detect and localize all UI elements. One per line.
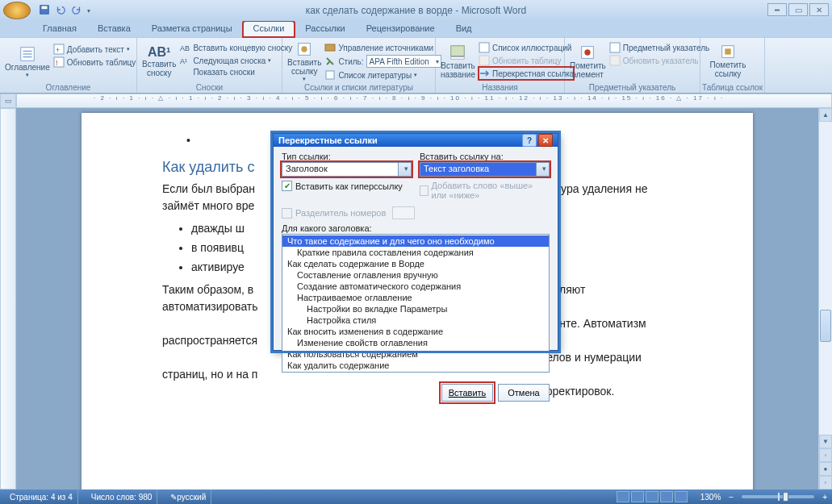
list-item[interactable]: Как удалить содержание bbox=[282, 360, 549, 371]
ruler-corner[interactable]: ▭ bbox=[0, 94, 16, 108]
zoom-level[interactable]: 130% bbox=[700, 493, 721, 502]
svg-text:+: + bbox=[56, 46, 60, 54]
mark-citation-button[interactable]: Пометить ссылку bbox=[705, 40, 750, 81]
svg-rect-17 bbox=[451, 57, 465, 60]
view-web-layout[interactable] bbox=[646, 491, 658, 502]
tab-review[interactable]: Рецензирование bbox=[356, 21, 445, 37]
list-item[interactable]: Как сделать содержание в Ворде bbox=[282, 258, 549, 269]
zoom-out-button[interactable]: − bbox=[729, 493, 734, 502]
svg-rect-25 bbox=[725, 48, 730, 54]
cross-reference-button[interactable]: Перекрестная ссылка bbox=[479, 67, 574, 80]
list-item[interactable]: Создание автоматического содержания bbox=[282, 281, 549, 292]
scroll-up-button[interactable]: ▲ bbox=[819, 108, 832, 122]
cancel-button[interactable]: Отмена bbox=[498, 384, 550, 402]
window-title: как сделать содержание в ворде - Microso… bbox=[306, 5, 526, 16]
view-draft[interactable] bbox=[675, 491, 688, 502]
next-page-button[interactable]: ◦ bbox=[819, 476, 832, 489]
list-item[interactable]: Как вносить изменения в содержание bbox=[282, 326, 549, 337]
browse-object-button[interactable]: ● bbox=[819, 462, 832, 476]
citation-style[interactable]: Стиль: APA Fifth Edition bbox=[324, 54, 441, 69]
svg-point-21 bbox=[585, 49, 591, 55]
group-index-label: Предметный указатель bbox=[565, 83, 700, 92]
tab-mailings[interactable]: Рассылки bbox=[295, 21, 355, 37]
list-item[interactable]: Изменение свойств оглавления bbox=[282, 337, 549, 348]
table-of-figures-button[interactable]: Список иллюстраций bbox=[479, 41, 574, 54]
svg-rect-18 bbox=[479, 43, 489, 52]
ref-type-combo[interactable]: Заголовок bbox=[282, 162, 412, 177]
office-button[interactable] bbox=[3, 2, 31, 19]
group-citations-label: Ссылки и списки литературы bbox=[282, 83, 435, 92]
status-words[interactable]: Число слов: 980 bbox=[86, 489, 158, 504]
show-footnotes-button[interactable]: Показать сноски bbox=[179, 67, 292, 77]
proofing-icon: ✎ bbox=[170, 493, 177, 502]
list-item[interactable]: Настройки во вкладке Параметры bbox=[282, 303, 549, 314]
ribbon-tabs: Главная Вставка Разметка страницы Ссылки… bbox=[0, 21, 832, 37]
view-outline[interactable] bbox=[660, 491, 673, 502]
vertical-scrollbar[interactable]: ▲ ▼ ◦ ● ◦ bbox=[818, 108, 832, 489]
hyperlink-checkbox[interactable]: ✔Вставить как гиперссылку bbox=[282, 181, 412, 191]
view-full-reading[interactable] bbox=[631, 491, 644, 502]
list-item[interactable]: Настройка стиля bbox=[282, 314, 549, 326]
group-footnotes-label: Сноски bbox=[137, 83, 282, 92]
insert-footnote-button[interactable]: AB¹ Вставить сноску bbox=[142, 40, 176, 83]
above-below-checkbox: Добавить слово «выше» или «ниже» bbox=[420, 181, 550, 200]
next-footnote-button[interactable]: A¹Следующая сноска ▾ bbox=[179, 54, 292, 67]
ref-type-label: Тип ссылки: bbox=[282, 152, 412, 161]
tab-references[interactable]: Ссылки bbox=[243, 21, 295, 37]
prev-page-button[interactable]: ◦ bbox=[819, 448, 832, 462]
dialog-help-button[interactable]: ? bbox=[522, 134, 537, 147]
list-item[interactable]: Составление оглавления вручную bbox=[282, 269, 549, 281]
insert-button[interactable]: Вставить bbox=[441, 384, 493, 402]
qat-dropdown-icon[interactable]: ▾ bbox=[87, 7, 90, 15]
group-toa-label: Таблица ссылок bbox=[700, 83, 764, 92]
close-button[interactable]: ✕ bbox=[809, 3, 829, 16]
view-print-layout[interactable] bbox=[617, 491, 629, 502]
separator-checkbox: Разделитель номеров bbox=[282, 206, 550, 219]
list-item[interactable]: Как пользоваться содержанием bbox=[282, 348, 549, 360]
scroll-down-button[interactable]: ▼ bbox=[819, 435, 832, 448]
add-text-button[interactable]: +Добавить текст ▾ bbox=[53, 43, 136, 56]
mark-entry-button[interactable]: Пометить элемент bbox=[570, 40, 606, 83]
svg-rect-15 bbox=[326, 71, 334, 79]
insert-ref-combo[interactable]: Текст заголовка bbox=[420, 162, 550, 177]
tab-layout[interactable]: Разметка страницы bbox=[141, 21, 243, 37]
toc-button[interactable]: Оглавление▾ bbox=[5, 40, 50, 83]
dialog-title: Перекрестные ссылки bbox=[278, 135, 378, 145]
svg-rect-1 bbox=[42, 6, 48, 10]
minimize-button[interactable]: ━ bbox=[767, 3, 787, 16]
update-index-button: Обновить указатель bbox=[609, 54, 709, 67]
svg-rect-14 bbox=[325, 44, 335, 51]
list-item[interactable]: Что такое содержание и для чего оно необ… bbox=[282, 235, 549, 247]
tab-home[interactable]: Главная bbox=[32, 21, 87, 37]
cross-reference-dialog: Перекрестные ссылки ? ✕ Тип ссылки: Заго… bbox=[273, 133, 558, 351]
dialog-close-button[interactable]: ✕ bbox=[538, 134, 553, 147]
status-page[interactable]: Страница: 4 из 4 bbox=[5, 489, 78, 504]
update-toc-button[interactable]: !Обновить таблицу bbox=[53, 56, 136, 69]
scrollbar-thumb[interactable] bbox=[820, 310, 831, 342]
tab-view[interactable]: Вид bbox=[445, 21, 483, 37]
insert-ref-label: Вставить ссылку на: bbox=[420, 152, 550, 161]
insert-citation-button[interactable]: Вставить ссылку▾ bbox=[287, 40, 321, 83]
status-lang[interactable]: ✎ русский bbox=[165, 489, 211, 504]
svg-rect-23 bbox=[610, 56, 620, 65]
manage-sources-button[interactable]: Управление источниками bbox=[324, 41, 441, 54]
zoom-in-button[interactable]: + bbox=[822, 493, 827, 502]
tab-insert[interactable]: Вставка bbox=[87, 21, 141, 37]
dialog-titlebar[interactable]: Перекрестные ссылки ? ✕ bbox=[274, 134, 558, 147]
save-icon[interactable] bbox=[39, 4, 50, 17]
insert-caption-button[interactable]: Вставить название bbox=[441, 40, 475, 83]
bibliography-button[interactable]: Список литературы ▾ bbox=[324, 69, 441, 81]
list-item[interactable]: Краткие правила составления содержания bbox=[282, 247, 549, 258]
maximize-button[interactable]: ▭ bbox=[788, 3, 808, 16]
undo-icon[interactable] bbox=[55, 4, 66, 17]
list-item[interactable]: Настраиваемое оглавление bbox=[282, 292, 549, 303]
insert-index-button[interactable]: Предметный указатель bbox=[609, 41, 709, 54]
heading-list[interactable]: Что такое содержание и для чего оно необ… bbox=[282, 234, 550, 373]
quick-access-toolbar: ▾ bbox=[34, 4, 95, 17]
zoom-slider[interactable] bbox=[742, 495, 814, 498]
redo-icon[interactable] bbox=[71, 4, 82, 17]
ribbon: Оглавление▾ +Добавить текст ▾ !Обновить … bbox=[0, 37, 832, 94]
horizontal-ruler[interactable]: · 2 · ı · 1 · ı · △ · ı · 1 · ı · 2 · ı … bbox=[16, 94, 832, 108]
vertical-ruler[interactable] bbox=[0, 108, 16, 489]
insert-endnote-button[interactable]: ABВставить концевую сноску bbox=[179, 41, 292, 54]
